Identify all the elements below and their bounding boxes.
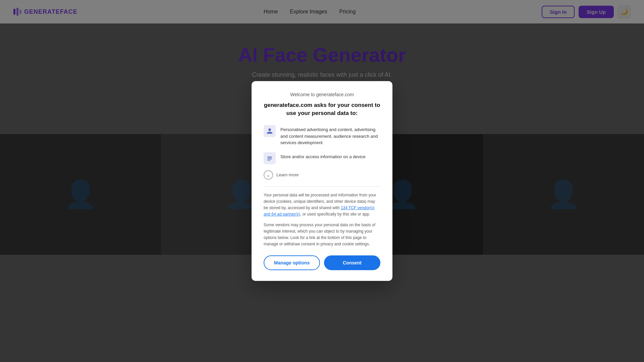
vendor-link[interactable]: 134 TCF vendor(s) and 64 ad partner(s) — [264, 205, 374, 217]
chevron-down-icon: ⌄ — [264, 170, 273, 180]
modal-body-text-2: Some vendors may process your personal d… — [264, 222, 380, 248]
modal-body-text-1: Your personal data will be processed and… — [264, 192, 380, 218]
advertising-icon — [264, 125, 276, 137]
consent-item-advertising: Personalised advertising and content, ad… — [264, 125, 380, 146]
consent-modal: Welcome to generateface.com generateface… — [252, 81, 392, 281]
modal-actions: Manage options Consent — [264, 255, 380, 270]
storage-icon — [264, 152, 276, 164]
learn-more-label: Learn more — [276, 172, 299, 177]
consent-button[interactable]: Consent — [324, 255, 380, 270]
modal-overlay: Welcome to generateface.com generateface… — [0, 0, 644, 362]
consent-storage-text: Store and/or access information on a dev… — [280, 152, 366, 160]
manage-options-button[interactable]: Manage options — [264, 255, 320, 270]
modal-welcome-text: Welcome to generateface.com — [264, 92, 380, 97]
consent-advertising-text: Personalised advertising and content, ad… — [280, 125, 380, 146]
learn-more-item[interactable]: ⌄ Learn more — [264, 170, 380, 180]
consent-item-storage: Store and/or access information on a dev… — [264, 152, 380, 164]
modal-title: generateface.com asks for your consent t… — [264, 101, 380, 117]
modal-divider — [264, 186, 380, 187]
